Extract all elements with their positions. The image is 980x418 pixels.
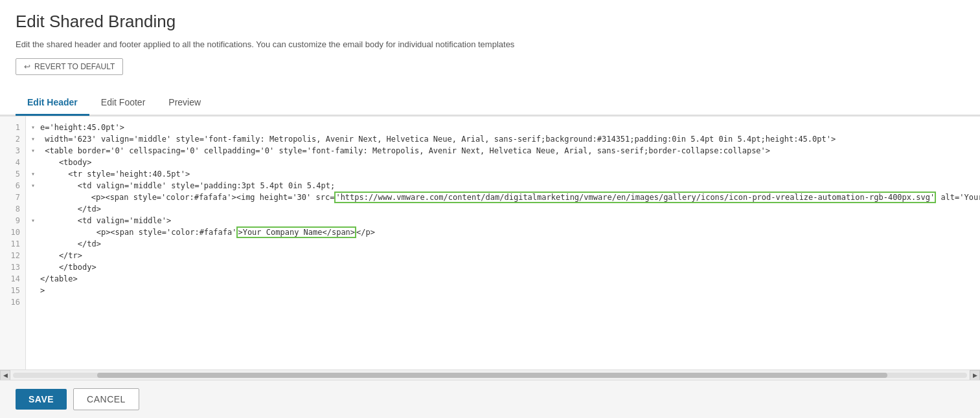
code-content-11: </td>	[40, 238, 975, 250]
tab-edit-header[interactable]: Edit Header	[16, 91, 89, 116]
tab-preview[interactable]: Preview	[157, 91, 212, 116]
code-line-2: ▾ width='623' valign='middle' style='fon…	[26, 133, 980, 145]
page: Edit Shared Branding Edit the shared hea…	[0, 0, 980, 418]
line-num-10: 10	[0, 226, 25, 238]
code-line-6: ▾ <td valign='middle' style='padding:3pt…	[26, 180, 980, 192]
line-num-13: 13	[0, 261, 25, 273]
code-line-4: ▾ <tbody>	[26, 157, 980, 168]
line-num-9: 9	[0, 215, 25, 226]
code-line-15: ▾ >	[26, 285, 980, 296]
line-num-1: 1	[0, 122, 25, 133]
code-line-3: ▾ <table border='0' cellspacing='0' cell…	[26, 145, 980, 157]
line-num-11: 11	[0, 238, 25, 250]
url-highlight: 'https://www.vmware.com/content/dam/digi…	[334, 192, 936, 203]
code-line-10: ▾ <p><span style='color:#fafafa'>Your Co…	[26, 226, 980, 238]
code-content-2: width='623' valign='middle' style='font-…	[40, 133, 975, 145]
tab-edit-footer[interactable]: Edit Footer	[89, 91, 157, 116]
scrollbar-left-arrow[interactable]: ◀	[0, 370, 10, 380]
revert-button-label: REVERT TO DEFAULT	[34, 62, 115, 71]
scrollbar-right-arrow[interactable]: ▶	[970, 370, 980, 380]
editor-wrapper: 1 2 3 4 5 6 7 8 9 10 11 12 13 14 15 16	[0, 116, 980, 369]
code-content-8: </td>	[40, 203, 975, 215]
line-num-8: 8	[0, 203, 25, 215]
company-highlight: >Your Company Name</span>	[236, 226, 356, 238]
revert-icon: ↩	[24, 62, 30, 71]
code-line-5: ▾ <tr style='height:40.5pt'>	[26, 168, 980, 180]
code-content-14: </table>	[40, 273, 975, 285]
page-title: Edit Shared Branding	[16, 12, 964, 32]
cancel-button[interactable]: CANCEL	[73, 388, 139, 410]
fold-arrow-1[interactable]: ▾	[31, 122, 40, 133]
code-content-13: </tbody>	[40, 261, 975, 273]
fold-arrow-9[interactable]: ▾	[31, 215, 40, 226]
line-num-6: 6	[0, 180, 25, 192]
line-num-3: 3	[0, 145, 25, 157]
scrollbar-track[interactable]	[13, 373, 967, 378]
code-content-3: <table border='0' cellspacing='0' cellpa…	[40, 145, 975, 157]
page-description: Edit the shared header and footer applie…	[16, 39, 964, 49]
code-content-5: <tr style='height:40.5pt'>	[40, 168, 975, 180]
code-content-4: <tbody>	[40, 157, 975, 168]
fold-arrow-5[interactable]: ▾	[31, 168, 40, 180]
code-content-10: <p><span style='color:#fafafa'>Your Comp…	[40, 226, 975, 238]
save-button[interactable]: SAVE	[16, 389, 67, 410]
code-area[interactable]: ▾ e='height:45.0pt'> ▾ width='623' valig…	[26, 116, 980, 369]
bottom-bar: SAVE CANCEL	[0, 380, 980, 418]
fold-arrow-3[interactable]: ▾	[31, 145, 40, 157]
code-line-12: ▾ </tr>	[26, 250, 980, 261]
horizontal-scrollbar[interactable]: ◀ ▶	[0, 369, 980, 380]
line-num-15: 15	[0, 285, 25, 296]
code-content-9: <td valign='middle'>	[40, 215, 975, 226]
code-content-1: e='height:45.0pt'>	[40, 122, 975, 133]
editor-outer: 1 2 3 4 5 6 7 8 9 10 11 12 13 14 15 16	[0, 116, 980, 380]
code-line-8: ▾ </td>	[26, 203, 980, 215]
line-numbers: 1 2 3 4 5 6 7 8 9 10 11 12 13 14 15 16	[0, 116, 26, 369]
code-line-9: ▾ <td valign='middle'>	[26, 215, 980, 226]
line-num-12: 12	[0, 250, 25, 261]
line-num-5: 5	[0, 168, 25, 180]
line-num-4: 4	[0, 157, 25, 168]
code-line-13: ▾ </tbody>	[26, 261, 980, 273]
header-section: Edit Shared Branding Edit the shared hea…	[0, 0, 980, 91]
code-line-14: ▾ </table>	[26, 273, 980, 285]
line-num-14: 14	[0, 273, 25, 285]
line-num-2: 2	[0, 133, 25, 145]
code-line-1: ▾ e='height:45.0pt'>	[26, 122, 980, 133]
code-line-16: ▾	[26, 296, 980, 308]
code-content-12: </tr>	[40, 250, 975, 261]
line-num-7: 7	[0, 192, 25, 203]
code-line-11: ▾ </td>	[26, 238, 980, 250]
line-num-16: 16	[0, 296, 25, 308]
revert-to-default-button[interactable]: ↩ REVERT TO DEFAULT	[16, 58, 123, 75]
code-content-6: <td valign='middle' style='padding:3pt 5…	[40, 180, 975, 192]
fold-arrow-2[interactable]: ▾	[31, 133, 40, 145]
tabs-bar: Edit Header Edit Footer Preview	[0, 91, 980, 116]
code-line-7: ▾ <p><span style='color:#fafafa'><img he…	[26, 192, 980, 203]
fold-arrow-6[interactable]: ▾	[31, 180, 40, 192]
code-content-15: >	[40, 285, 975, 296]
code-content-7: <p><span style='color:#fafafa'><img heig…	[35, 192, 980, 203]
scrollbar-thumb[interactable]	[97, 373, 887, 378]
